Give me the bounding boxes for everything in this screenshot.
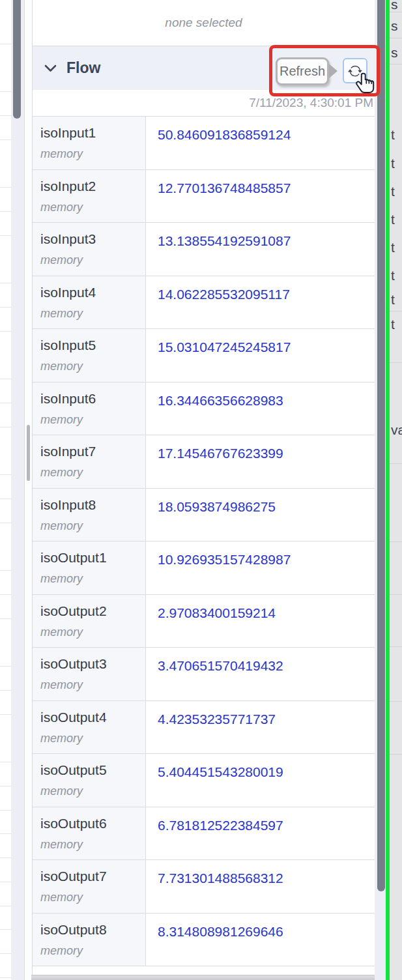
variable-name-cell: isoOutput2 memory — [33, 595, 146, 648]
variable-type: memory — [40, 253, 145, 267]
variable-value: 15.031047245245817 — [146, 329, 375, 382]
row-divider — [390, 541, 402, 542]
variable-name-cell: isoInput5 memory — [33, 329, 146, 382]
clipped-text-fragment: s — [391, 45, 398, 61]
variable-type: memory — [40, 201, 145, 214]
table-row[interactable]: isoInput2 memory 12.770136748485857 — [33, 170, 375, 223]
variable-name: isoOutput5 — [40, 762, 145, 778]
variable-type: memory — [40, 732, 145, 745]
left-mini-scrollbar-thumb[interactable] — [27, 425, 30, 481]
right-scrollbar-thumb[interactable] — [377, 0, 385, 891]
variable-value: 10.926935157428987 — [146, 541, 375, 594]
variable-name: isoOutput1 — [40, 550, 145, 566]
variable-value: 14.062285532095117 — [146, 276, 375, 329]
variable-name-cell: isoOutput7 memory — [33, 860, 146, 913]
variable-name: isoOutput8 — [40, 922, 145, 938]
variable-name: isoOutput3 — [40, 656, 145, 672]
variable-name-cell: isoOutput8 memory — [33, 914, 146, 966]
variable-name-cell: isoOutput4 memory — [33, 701, 146, 754]
variable-name: isoInput3 — [40, 231, 145, 247]
variable-name: isoOutput6 — [40, 816, 145, 831]
variable-value: 16.34466356628983 — [146, 382, 375, 435]
left-scrollbar-track[interactable] — [11, 0, 25, 980]
variable-type: memory — [40, 838, 145, 852]
variable-name: isoOutput2 — [40, 603, 145, 619]
table-row[interactable]: isoOutput6 memory 6.781812522384597 — [33, 807, 375, 861]
variable-name: isoOutput7 — [40, 869, 145, 884]
variable-value: 50.846091836859124 — [146, 117, 375, 169]
variable-name-cell: isoInput7 memory — [33, 435, 146, 488]
table-row[interactable]: isoOutput7 memory 7.731301488568312 — [33, 860, 375, 914]
table-row[interactable]: isoInput7 memory 17.14546767623399 — [33, 435, 375, 489]
variable-name: isoInput4 — [40, 285, 145, 300]
clipped-text-fragment: t — [391, 268, 395, 283]
variable-name: isoInput1 — [40, 125, 145, 141]
variable-name-cell: isoOutput5 memory — [33, 754, 146, 807]
variable-type: memory — [40, 626, 145, 639]
flow-table: isoInput1 memory 50.846091836859124 isoI… — [33, 116, 375, 966]
left-gutter — [25, 0, 33, 980]
clipped-text-fragment: va — [391, 422, 402, 438]
table-row[interactable]: isoInput4 memory 14.062285532095117 — [33, 276, 375, 330]
table-row[interactable]: isoInput8 memory 18.0593874986275 — [33, 489, 375, 542]
variable-name: isoInput6 — [40, 391, 145, 407]
details-panel: none selected Flow 7/11/2023, 4:30:01 PM… — [33, 0, 375, 980]
clipped-text-fragment: t — [391, 127, 395, 143]
variable-name-cell: isoInput6 memory — [33, 382, 146, 435]
variable-type: memory — [40, 360, 145, 373]
clipped-text-fragment: t — [391, 184, 395, 199]
row-divider — [390, 38, 402, 38]
variable-value: 3.470651570419432 — [146, 648, 375, 700]
variable-name: isoOutput4 — [40, 710, 145, 725]
variable-value: 8.314808981269646 — [146, 914, 375, 966]
variable-name-cell: isoInput8 memory — [33, 489, 146, 541]
variable-value: 6.781812522384597 — [146, 807, 375, 860]
refresh-icon — [348, 64, 362, 78]
row-divider — [390, 64, 402, 65]
chevron-down-icon[interactable] — [44, 65, 57, 72]
variable-type: memory — [40, 466, 145, 480]
workspace-grid — [0, 0, 12, 980]
adjacent-panel-edge: sssttttttttva — [390, 0, 402, 980]
variable-name-cell: isoOutput6 memory — [33, 807, 146, 860]
variable-type: memory — [40, 944, 145, 958]
section-title: Flow — [66, 59, 100, 77]
screenshot-root: none selected Flow 7/11/2023, 4:30:01 PM… — [0, 0, 402, 980]
variable-value: 2.97083400159214 — [146, 595, 375, 648]
table-row[interactable]: isoOutput3 memory 3.470651570419432 — [33, 648, 375, 701]
variable-name-cell: isoOutput1 memory — [33, 541, 146, 594]
left-scrollbar-thumb[interactable] — [13, 0, 21, 119]
row-divider — [390, 463, 402, 464]
clipped-text-fragment: t — [391, 317, 395, 332]
variable-name: isoInput7 — [40, 444, 145, 459]
table-row[interactable]: isoInput5 memory 15.031047245245817 — [33, 329, 375, 382]
row-divider — [390, 311, 402, 311]
table-row[interactable]: isoOutput4 memory 4.42353235771737 — [33, 701, 375, 755]
clipped-text-fragment: t — [391, 156, 395, 171]
refresh-tooltip: Refresh — [276, 57, 329, 85]
table-row[interactable]: isoOutput8 memory 8.314808981269646 — [33, 914, 375, 967]
clipped-text-fragment: t — [391, 292, 395, 308]
table-row[interactable]: isoInput3 memory 13.138554192591087 — [33, 223, 375, 276]
empty-selection-label: none selected — [165, 16, 242, 30]
variable-name: isoInput5 — [40, 338, 145, 353]
tooltip-arrow — [329, 64, 337, 78]
variable-type: memory — [40, 147, 145, 161]
table-row[interactable]: isoInput6 memory 16.34466356628983 — [33, 382, 375, 436]
table-row[interactable]: isoOutput5 memory 5.404451543280019 — [33, 754, 375, 807]
row-divider — [390, 754, 402, 755]
table-row[interactable]: isoOutput1 memory 10.926935157428987 — [33, 541, 375, 595]
panel-bottom-bar — [31, 975, 375, 980]
variable-name: isoInput8 — [40, 497, 145, 513]
table-row[interactable]: isoOutput2 memory 2.97083400159214 — [33, 595, 375, 648]
variable-type: memory — [40, 891, 145, 904]
last-refresh-timestamp: 7/11/2023, 4:30:01 PM — [249, 96, 373, 110]
variable-name-cell: isoInput2 memory — [33, 170, 146, 223]
row-divider — [390, 362, 402, 363]
row-divider — [390, 646, 402, 647]
variable-name-cell: isoOutput3 memory — [33, 648, 146, 700]
table-row[interactable]: isoInput1 memory 50.846091836859124 — [33, 117, 375, 170]
clipped-text-fragment: s — [391, 18, 398, 34]
row-divider — [390, 12, 402, 12]
refresh-button[interactable] — [343, 58, 367, 83]
